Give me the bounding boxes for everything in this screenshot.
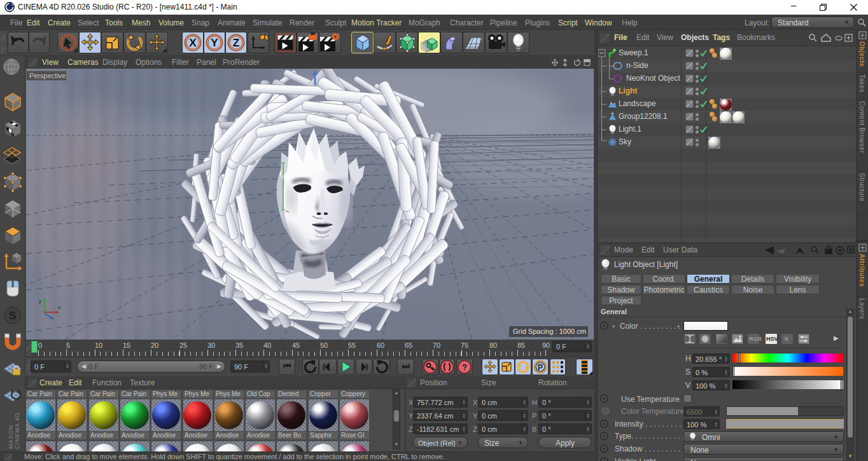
svg-text:X: X <box>189 37 197 49</box>
svg-text:x: x <box>58 305 60 310</box>
svg-text:Z: Z <box>233 37 239 49</box>
svg-text:Y: Y <box>211 37 218 49</box>
svg-text:P: P <box>538 363 543 372</box>
svg-text:y: y <box>39 298 41 304</box>
svg-text:?: ? <box>462 362 467 372</box>
svg-text:S: S <box>9 310 16 322</box>
